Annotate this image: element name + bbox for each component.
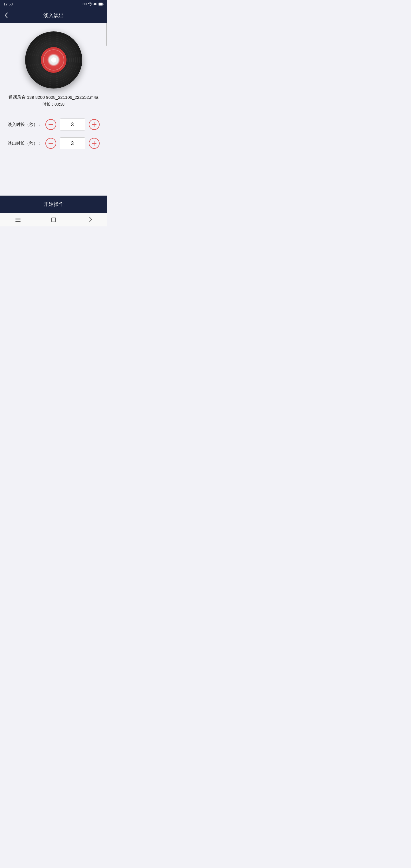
file-duration: 时长：00:38 <box>42 102 64 107</box>
file-name: 通话录音 139 8200 9608_221106_222552.m4a <box>8 94 98 100</box>
vinyl-record-container <box>25 31 82 89</box>
fade-out-decrease-button[interactable] <box>45 138 56 149</box>
bottom-bar: 开始操作 <box>0 195 107 213</box>
fade-in-label: 淡入时长（秒）： <box>8 122 42 127</box>
system-nav-back[interactable] <box>84 214 95 225</box>
fade-in-row: 淡入时长（秒）： <box>6 119 101 130</box>
back-button[interactable] <box>5 12 8 19</box>
svg-rect-2 <box>99 3 102 5</box>
fade-out-input[interactable] <box>60 137 85 149</box>
system-nav-home[interactable] <box>48 214 59 225</box>
wifi-icon <box>88 2 92 6</box>
controls-section: 淡入时长（秒）： 淡出时长（秒）： <box>6 119 101 149</box>
status-icons: HD 4G <box>83 2 104 6</box>
signal-label: 4G <box>94 3 97 6</box>
status-time: 17:53 <box>3 2 13 6</box>
status-bar: 17:53 HD 4G <box>0 0 107 8</box>
system-nav-bar <box>0 213 107 226</box>
fade-in-input[interactable] <box>60 119 85 130</box>
hd-icon: HD <box>83 3 87 6</box>
fade-in-increase-button[interactable] <box>89 119 100 130</box>
menu-lines-icon <box>15 218 21 222</box>
system-nav-menu[interactable] <box>12 214 24 225</box>
back-chevron-icon <box>87 217 92 222</box>
battery-icon <box>98 3 104 6</box>
nav-bar: 淡入淡出 <box>0 8 107 23</box>
svg-rect-1 <box>103 3 104 5</box>
fade-in-decrease-button[interactable] <box>45 119 56 130</box>
main-content: 通话录音 139 8200 9608_221106_222552.m4a 时长：… <box>0 23 107 195</box>
home-square-icon <box>51 218 56 222</box>
start-button[interactable]: 开始操作 <box>43 201 64 208</box>
vinyl-record <box>25 31 82 89</box>
vinyl-center-hole <box>51 57 56 63</box>
fade-out-increase-button[interactable] <box>89 138 100 149</box>
page-title: 淡入淡出 <box>43 12 64 19</box>
fade-out-row: 淡出时长（秒）： <box>6 137 101 149</box>
scroll-indicator[interactable] <box>106 23 107 46</box>
vinyl-label <box>41 47 66 73</box>
fade-out-label: 淡出时长（秒）： <box>8 141 42 146</box>
